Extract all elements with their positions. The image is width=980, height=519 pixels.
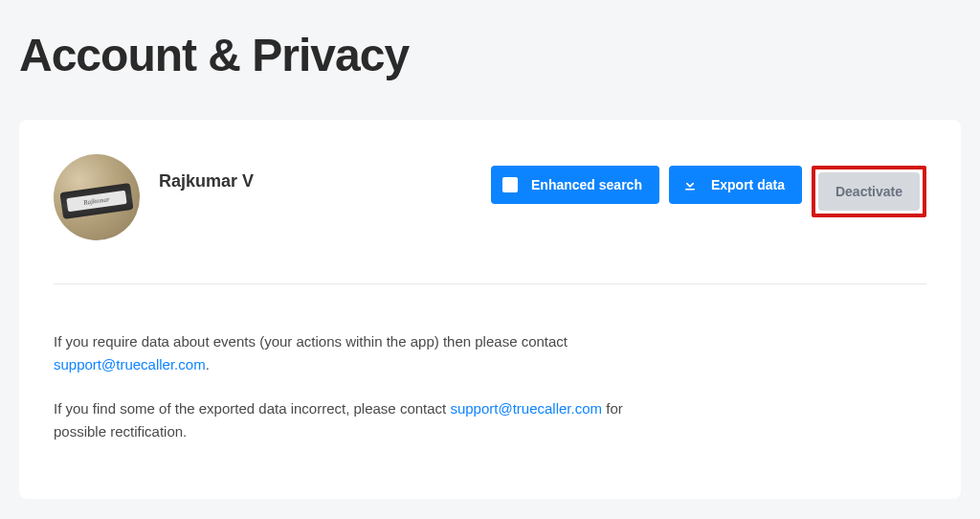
avatar — [54, 154, 140, 240]
button-row: Enhanced search Export data Deactivate — [491, 166, 926, 217]
profile-row: Rajkumar V Enhanced search Export data D… — [54, 154, 926, 284]
info-paragraph-1: If you require data about events (your a… — [54, 330, 666, 376]
svg-rect-0 — [685, 189, 694, 190]
info-p1-text-b: . — [206, 356, 210, 372]
enhanced-search-button[interactable]: Enhanced search — [491, 166, 659, 204]
info-paragraph-2: If you find some of the exported data in… — [54, 397, 666, 443]
export-data-label: Export data — [711, 177, 785, 192]
support-email-link-1[interactable]: support@truecaller.com — [54, 356, 206, 372]
deactivate-label: Deactivate — [835, 184, 902, 199]
deactivate-highlight: Deactivate — [812, 166, 926, 217]
support-email-link-2[interactable]: support@truecaller.com — [450, 400, 602, 417]
info-p1-text-a: If you require data about events (your a… — [54, 333, 568, 350]
page-title: Account & Privacy — [0, 0, 980, 101]
export-data-button[interactable]: Export data — [669, 166, 802, 204]
profile-name: Rajkumar V — [159, 171, 254, 192]
account-card: Rajkumar V Enhanced search Export data D… — [19, 120, 961, 499]
download-icon — [682, 177, 698, 192]
enhanced-search-label: Enhanced search — [531, 177, 642, 192]
checkbox-icon — [502, 177, 518, 192]
profile-left: Rajkumar V — [54, 154, 254, 240]
info-p2-text-a: If you find some of the exported data in… — [54, 400, 450, 417]
info-section: If you require data about events (your a… — [54, 284, 666, 443]
deactivate-button[interactable]: Deactivate — [818, 172, 920, 211]
